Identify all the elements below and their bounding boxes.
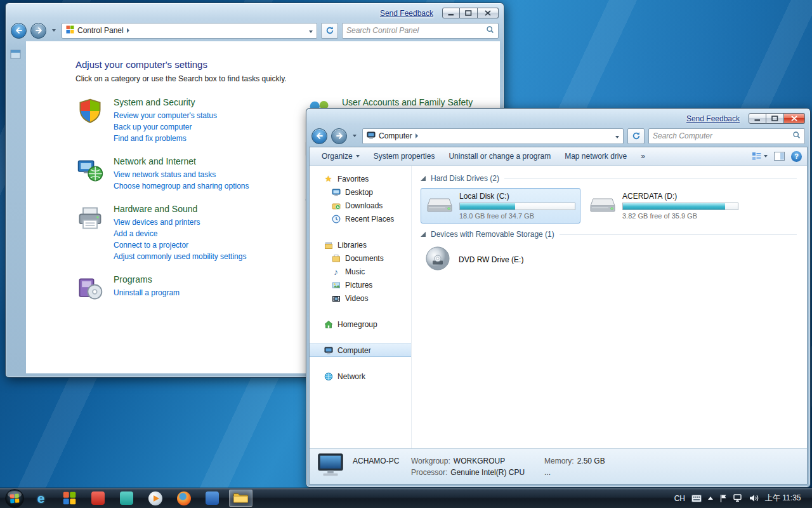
sidebar-item-music[interactable]: Music [310,265,411,278]
libraries-icon [324,240,333,250]
sidebar-item-favorites[interactable]: Favorites [310,172,411,185]
keyboard-icon[interactable] [691,495,702,502]
maximize-button[interactable] [766,113,784,124]
breadcrumb-arrow-icon[interactable] [127,28,129,33]
sidebar-item-pictures[interactable]: Pictures [310,278,411,291]
ie-e-glyph [37,491,45,506]
task-link[interactable]: Add a device [114,228,246,239]
taskbar-ie-icon[interactable] [29,490,53,507]
programs-box-cd-icon[interactable] [75,274,105,304]
volume-icon[interactable] [749,494,759,502]
toolbar-overflow-chevron[interactable]: » [634,149,652,164]
clock[interactable]: 上午 11:35 [765,493,804,504]
category-title[interactable]: Hardware and Sound [114,204,246,214]
taskbar-explorer-icon[interactable] [229,490,252,507]
category-title[interactable]: System and Security [114,97,217,107]
search-input[interactable] [653,131,792,140]
task-link[interactable]: Review your computer's status [114,110,217,121]
address-dropdown[interactable] [615,131,619,140]
refresh-button[interactable] [321,23,338,39]
breadcrumb-arrow-icon[interactable] [416,133,418,138]
help-button[interactable] [791,151,802,162]
recent-pages-dropdown[interactable] [50,29,58,32]
preview-pane-button[interactable] [774,152,785,161]
refresh-button[interactable] [627,128,645,144]
taskbar-app-icon-colorful[interactable] [58,490,81,507]
network-icon[interactable] [733,494,743,502]
search-input[interactable] [346,26,486,35]
forward-button[interactable] [331,128,347,144]
task-link[interactable]: Back up your computer [114,121,217,133]
address-dropdown[interactable] [309,26,313,35]
sidebar-item-documents[interactable]: Documents [310,251,411,265]
task-link[interactable]: Connect to a projector [114,239,246,251]
uninstall-program-button[interactable]: Uninstall or change a program [442,149,558,164]
start-button[interactable] [5,489,24,508]
maximize-button[interactable] [460,8,478,18]
capacity-bar-fill [460,203,515,210]
task-link[interactable]: Uninstall a program [114,287,180,298]
computer-titlebar[interactable]: Send Feedback [306,109,810,125]
folder-icon [233,492,249,504]
hard-drive-icon [426,194,454,218]
search-icon[interactable] [792,131,801,141]
sidebar-item-network[interactable]: Network [310,370,411,383]
group-header-hard-disks[interactable]: Hard Disk Drives (2) [421,174,797,183]
map-network-drive-button[interactable]: Map network drive [558,149,634,164]
task-link[interactable]: View devices and printers [114,217,246,228]
category-title[interactable]: Network and Internet [114,156,249,166]
back-button[interactable] [311,128,327,144]
sidebar-item-recent-places[interactable]: Recent Places [310,212,411,225]
task-link[interactable]: Adjust commonly used mobility settings [114,251,246,262]
taskbar-media-player-icon[interactable] [143,490,167,507]
system-properties-button[interactable]: System properties [367,149,442,164]
collapse-triangle-icon[interactable] [421,176,426,181]
change-view-button[interactable] [752,152,768,161]
sidebar-item-videos[interactable]: Videos [310,291,411,305]
task-link[interactable]: Find and fix problems [114,133,217,144]
dvd-drive-item[interactable]: DVD RW Drive (E:) [424,245,797,274]
send-feedback-link[interactable]: Send Feedback [380,9,433,18]
address-bar[interactable]: Computer [362,128,624,144]
sidebar-item-downloads[interactable]: Downloads [310,199,411,212]
sidebar-item-computer[interactable]: Computer [310,344,411,357]
pictures-icon [331,280,341,290]
breadcrumb[interactable]: Control Panel [77,26,124,35]
organize-menu[interactable]: Organize [315,149,367,164]
taskbar-app-icon-blue[interactable] [200,490,224,507]
taskbar-app-icon-red[interactable] [86,490,110,507]
taskbar-app-icon-teal[interactable] [115,490,138,507]
task-link[interactable]: Choose homegroup and sharing options [114,180,249,192]
sidebar-item-libraries[interactable]: Libraries [310,238,411,251]
sidebar-item-desktop[interactable]: Desktop [310,185,411,199]
taskbar-firefox-icon[interactable] [172,490,195,507]
network-globe-icon[interactable] [75,156,105,185]
printer-icon[interactable] [75,204,105,233]
minimize-button[interactable] [749,113,766,124]
action-center-flag-icon[interactable] [719,494,727,503]
category-title[interactable]: Programs [114,274,180,284]
computer-navbar: Computer [306,125,810,147]
close-button[interactable] [478,8,499,18]
show-hidden-icons-chevron[interactable] [708,497,713,500]
security-shield-icon[interactable] [75,97,105,126]
recent-pages-dropdown[interactable] [351,135,358,137]
collapse-triangle-icon[interactable] [421,232,426,237]
sidebar-item-homegroup[interactable]: Homegroup [310,318,411,331]
category-title[interactable]: User Accounts and Family Safety [342,97,473,107]
task-link[interactable]: View network status and tasks [114,169,249,180]
address-bar[interactable]: Control Panel [62,23,317,39]
memory-label: Memory: [544,457,574,465]
send-feedback-link[interactable]: Send Feedback [686,114,740,123]
forward-button[interactable] [30,23,46,39]
drive-c-tile[interactable]: Local Disk (C:) 18.0 GB free of 34.7 GB [421,188,580,224]
control-panel-titlebar[interactable]: Send Feedback [6,3,504,20]
breadcrumb[interactable]: Computer [379,131,412,140]
search-icon[interactable] [486,25,494,36]
close-button[interactable] [784,113,805,124]
language-indicator[interactable]: CH [674,494,685,503]
group-header-removable[interactable]: Devices with Removable Storage (1) [421,230,797,239]
back-button[interactable] [11,23,27,39]
drive-d-tile[interactable]: ACERDATA (D:) 3.82 GB free of 35.9 GB [584,188,743,224]
minimize-button[interactable] [442,8,460,18]
